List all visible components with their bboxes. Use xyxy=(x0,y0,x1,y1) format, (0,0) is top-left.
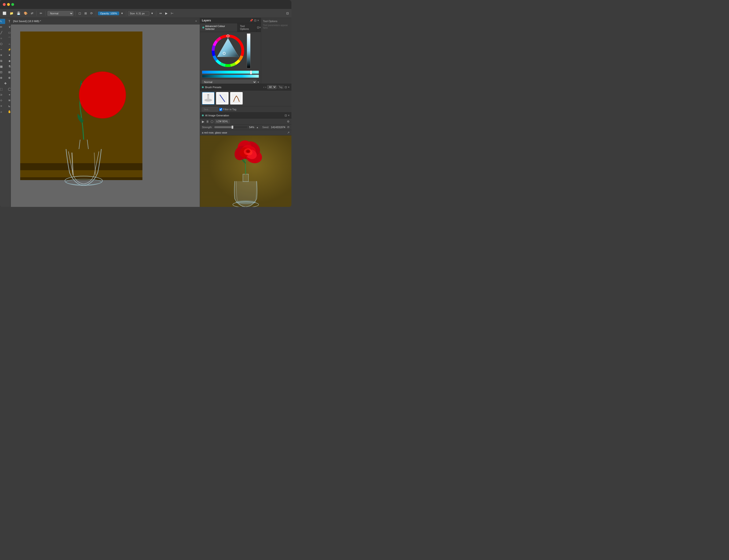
main-toolbar: ⬜ 📁 💾 🎨 ⇄ ✏ Normal ◻ ⊞ ⟳ Opacity: 100% ▾… xyxy=(0,9,292,18)
brightness-strip[interactable] xyxy=(247,33,251,68)
colour-expand-btn[interactable]: ⊡ xyxy=(257,26,259,29)
contiguous-select-btn[interactable]: ⊹ xyxy=(0,98,5,103)
size-down-btn[interactable]: ▾ xyxy=(150,11,154,16)
calligraphy-tool-btn[interactable]: 𝒞 xyxy=(5,24,11,30)
wrap-btn[interactable]: ⊢ xyxy=(170,11,175,16)
color-picker-btn[interactable]: 🎨 xyxy=(23,11,29,16)
ai-seed-value: 1414331974 xyxy=(271,126,285,129)
rect-tool-btn[interactable]: □ xyxy=(5,30,11,35)
layers-blend-menu-btn[interactable]: ▾ xyxy=(258,81,259,84)
ellipse-tool-btn[interactable]: ○ xyxy=(0,36,5,41)
layers-blend-select[interactable]: Normal xyxy=(202,80,257,84)
layers-title: Layers xyxy=(202,19,211,22)
similar-select-btn[interactable]: ≋ xyxy=(5,98,11,103)
tab-tool-options[interactable]: Tool Options xyxy=(238,23,257,32)
magnetic-select-btn[interactable]: ⊾ xyxy=(5,103,11,109)
ai-strength-slider[interactable] xyxy=(214,126,247,128)
line-tool-btn[interactable]: ╱ xyxy=(0,30,5,35)
brush-next-btn[interactable]: › xyxy=(265,86,266,89)
hue-slider-bar[interactable] xyxy=(202,71,259,74)
canvas-tab: [Not Saved] (18.9 MiB) * × xyxy=(11,18,200,24)
mirror-h-btn[interactable]: ⇔ xyxy=(158,11,163,16)
ai-pause-btn[interactable]: ⏸ xyxy=(206,120,209,123)
filter-tag-checkbox[interactable] xyxy=(219,108,222,111)
eraser-btn[interactable]: ◻ xyxy=(77,11,82,16)
close-button[interactable] xyxy=(3,3,6,6)
ai-close-btn[interactable]: × xyxy=(288,114,290,117)
freehand-path-btn[interactable]: ~ xyxy=(0,47,5,52)
ai-seed-random-btn[interactable]: ⟳ xyxy=(287,126,290,129)
polyline-tool-btn[interactable]: ⌒ xyxy=(5,36,11,41)
brush-expand-btn[interactable]: ⊡ xyxy=(285,86,287,89)
brush-thumb-3[interactable] xyxy=(230,92,243,105)
brush-preview-1 xyxy=(203,93,213,103)
brush-thumb-1[interactable] xyxy=(202,92,215,105)
colour-close-btn[interactable]: × xyxy=(259,26,261,29)
colour-wheel-svg[interactable] xyxy=(211,33,245,68)
save-btn[interactable]: 💾 xyxy=(16,11,22,16)
polygon-tool-btn[interactable]: ⬡ xyxy=(0,41,5,47)
brush-panel: Brush Presets ‹ › All Tag ⊡ × xyxy=(200,84,292,112)
canvas-drawing[interactable] xyxy=(11,24,200,207)
move-btn[interactable]: ✥ xyxy=(1,81,9,86)
blend-mode-select[interactable]: Normal xyxy=(47,11,73,16)
minimize-button[interactable] xyxy=(7,3,10,6)
layers-pin-btn[interactable]: 📌 xyxy=(250,19,253,22)
rect-select-btn[interactable]: ⬚ xyxy=(0,87,5,92)
sync-btn[interactable]: ⟳ xyxy=(89,11,94,16)
color-picker-tool-btn[interactable]: ⚗ xyxy=(5,64,11,69)
multibrush-btn[interactable]: ✳ xyxy=(0,53,5,58)
ai-prompt-input[interactable] xyxy=(202,131,286,134)
mirror-v-btn[interactable]: ▶ xyxy=(164,11,169,16)
warp-btn[interactable]: ⊛ xyxy=(0,75,5,80)
transform-btn[interactable]: ⊞ xyxy=(5,70,11,75)
brush-tag-btn[interactable]: Tag xyxy=(278,85,284,89)
expand-btn[interactable]: ⊡ xyxy=(285,11,290,16)
ai-prompt-submit-btn[interactable]: ↗ xyxy=(287,131,290,134)
ellipse-select-btn[interactable]: ◯ xyxy=(5,87,11,92)
smart-patch-btn[interactable]: ✦ xyxy=(5,53,11,58)
zoom-btn[interactable]: ⌕ xyxy=(0,109,5,114)
opacity-down-btn[interactable]: ▾ xyxy=(120,11,124,16)
text-tool-btn[interactable]: T xyxy=(5,19,11,24)
brush-search-input[interactable] xyxy=(202,107,218,111)
bezier-tool-btn[interactable]: ⌢ xyxy=(5,41,11,47)
saturation-slider-bar[interactable] xyxy=(202,75,259,78)
fill-btn[interactable]: ◈ xyxy=(5,58,11,63)
canvas-viewport[interactable] xyxy=(11,24,200,207)
select-tool-btn[interactable]: ↖ xyxy=(0,19,5,24)
brush-close-btn[interactable]: × xyxy=(288,86,290,89)
ai-play-btn[interactable]: ▶ xyxy=(202,120,205,123)
maximize-button[interactable] xyxy=(11,3,14,6)
lasso-btn[interactable]: ⊃ xyxy=(0,92,5,97)
filter-in-tag-label[interactable]: Filter in Tag xyxy=(219,108,237,111)
brush-btn[interactable]: ✏ xyxy=(39,11,43,16)
freehand-tool-btn[interactable]: ✏ xyxy=(0,24,5,30)
open-btn[interactable]: 📁 xyxy=(8,11,15,16)
crop-btn[interactable]: ⊡ xyxy=(0,70,5,75)
new-window-btn[interactable]: ⬜ xyxy=(1,11,8,16)
layers-close-btn[interactable]: × xyxy=(257,19,259,22)
clone-btn[interactable]: ⧉ xyxy=(0,58,5,63)
dynamic-brush-btn[interactable]: ⚡ xyxy=(5,47,11,52)
mesh-btn[interactable]: ⊕ xyxy=(5,75,11,80)
polygon-select-btn[interactable]: ⌖ xyxy=(5,92,11,97)
alpha-lock-btn[interactable]: ⊞ xyxy=(83,11,88,16)
brush-panel-header: Brush Presets ‹ › All Tag ⊡ × xyxy=(200,84,292,91)
titlebar xyxy=(0,0,292,9)
layers-expand-btn[interactable]: ⊡ xyxy=(254,19,257,22)
hand-btn[interactable]: ✋ xyxy=(5,109,11,114)
brush-prev-btn[interactable]: ‹ xyxy=(264,86,265,89)
ai-expand-btn[interactable]: ⊡ xyxy=(285,114,287,117)
bezier-select-btn[interactable]: ⌗ xyxy=(0,103,5,109)
ai-export-btn[interactable]: ⬡ xyxy=(211,120,213,123)
ai-settings-btn[interactable]: ⚙ xyxy=(287,120,290,123)
canvas-close-btn[interactable]: × xyxy=(195,19,197,23)
brush-preview-2 xyxy=(217,93,228,103)
brush-thumb-2[interactable] xyxy=(216,92,229,105)
ai-strength-up-btn[interactable]: ▲ xyxy=(256,126,259,129)
brush-all-select[interactable]: All xyxy=(267,85,277,89)
tab-colour-selector[interactable]: Advanced Colour Selector xyxy=(200,23,238,32)
gradient-btn[interactable]: ▦ xyxy=(0,64,5,69)
color-swap-btn[interactable]: ⇄ xyxy=(30,11,35,16)
